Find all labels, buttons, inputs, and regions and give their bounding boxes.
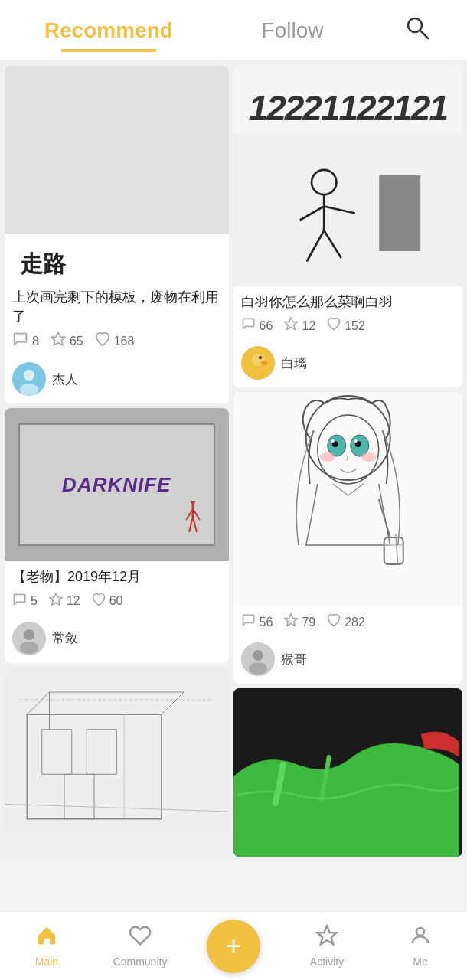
svg-point-4 bbox=[24, 370, 34, 381]
number-text: 12221122121 bbox=[241, 75, 455, 133]
nav-activity-label: Activity bbox=[310, 956, 344, 968]
svg-point-37 bbox=[261, 361, 267, 365]
svg-point-5 bbox=[20, 384, 38, 396]
card-zuolu-title: 走路 bbox=[20, 248, 214, 280]
svg-line-9 bbox=[189, 517, 193, 532]
comment-icon-2 bbox=[12, 592, 28, 611]
nav-main-label: Main bbox=[35, 956, 58, 968]
svg-point-46 bbox=[354, 439, 357, 443]
anime-comments: 56 bbox=[260, 616, 273, 629]
anime-likes: 282 bbox=[345, 616, 365, 629]
svg-line-20 bbox=[27, 692, 49, 714]
content-area: 走路 上次画完剩下的模板，废物在利用了 8 bbox=[0, 61, 467, 938]
dark-likes: 60 bbox=[109, 594, 123, 608]
svg-marker-58 bbox=[318, 926, 337, 945]
comment-icon-3 bbox=[241, 316, 256, 335]
card-stick-stats: 66 12 152 bbox=[241, 316, 455, 335]
card-sketch[interactable] bbox=[5, 668, 229, 836]
star-icon bbox=[50, 331, 67, 351]
svg-line-32 bbox=[306, 230, 324, 262]
card-stick-author: 白璃 bbox=[241, 341, 455, 381]
svg-point-56 bbox=[253, 650, 263, 661]
svg-point-57 bbox=[249, 662, 267, 675]
card-darknife-stats: 5 12 60 bbox=[12, 592, 221, 611]
plus-icon: + bbox=[225, 933, 241, 960]
like-icon-3 bbox=[326, 316, 341, 335]
card-green-splash[interactable] bbox=[234, 688, 462, 857]
author-name-jieren: 杰人 bbox=[52, 371, 78, 388]
stick-stars: 12 bbox=[302, 319, 315, 333]
card-zuolu-desc: 上次画完剩下的模板，废物在利用了 bbox=[12, 288, 221, 326]
anime-stars: 79 bbox=[302, 616, 315, 629]
card-darknife-title: 【老物】2019年12月 bbox=[12, 567, 221, 586]
top-navigation: Recommend Follow bbox=[0, 0, 467, 61]
svg-rect-51 bbox=[384, 537, 403, 564]
svg-point-48 bbox=[361, 452, 376, 462]
card-zuolu-author: 杰人 bbox=[12, 358, 221, 397]
like-icon-4 bbox=[326, 612, 341, 632]
svg-point-15 bbox=[20, 642, 38, 654]
svg-line-30 bbox=[299, 207, 324, 220]
svg-line-50 bbox=[378, 499, 390, 537]
author-name-hougge: 猴哥 bbox=[281, 651, 307, 668]
tab-recommend[interactable]: Recommend bbox=[29, 11, 188, 51]
svg-point-59 bbox=[416, 928, 424, 936]
svg-point-14 bbox=[24, 629, 34, 640]
grid-layout: 走路 上次画完剩下的模板，废物在利用了 8 bbox=[0, 61, 467, 861]
stick-likes: 152 bbox=[345, 319, 365, 333]
tab-follow[interactable]: Follow bbox=[247, 11, 339, 51]
nav-add[interactable]: + bbox=[203, 920, 264, 973]
like-icon-2 bbox=[91, 592, 106, 611]
nav-me-label: Me bbox=[413, 956, 427, 968]
community-icon bbox=[129, 924, 152, 952]
author-name-changlian: 常敛 bbox=[52, 629, 78, 647]
svg-line-33 bbox=[324, 230, 341, 258]
svg-marker-34 bbox=[285, 318, 298, 330]
card-stick-desc: 白羽你怎么那么菜啊白羽 bbox=[241, 292, 455, 312]
svg-marker-12 bbox=[50, 593, 63, 605]
svg-point-38 bbox=[259, 356, 262, 359]
nav-main[interactable]: Main bbox=[16, 924, 77, 968]
svg-rect-27 bbox=[379, 175, 420, 251]
nav-activity[interactable]: Activity bbox=[296, 924, 358, 968]
zuolu-likes: 168 bbox=[114, 335, 135, 348]
svg-point-11 bbox=[191, 501, 195, 504]
profile-icon bbox=[409, 924, 432, 952]
card-stick[interactable]: 12221122121 bbox=[234, 66, 462, 387]
svg-point-40 bbox=[317, 415, 378, 484]
svg-point-28 bbox=[312, 170, 336, 194]
zuolu-stars: 65 bbox=[70, 335, 83, 348]
like-icon bbox=[94, 331, 111, 351]
card-darknife-author: 常敛 bbox=[12, 617, 221, 657]
svg-line-31 bbox=[324, 207, 355, 214]
comment-icon bbox=[12, 331, 29, 351]
svg-line-1 bbox=[420, 31, 428, 38]
svg-marker-2 bbox=[51, 332, 65, 345]
avatar-jieren bbox=[12, 362, 46, 396]
dark-comments: 5 bbox=[31, 594, 38, 608]
author-name-baili: 白璃 bbox=[281, 354, 307, 372]
card-zuolu[interactable]: 走路 上次画完剩下的模板，废物在利用了 8 bbox=[5, 66, 229, 403]
svg-line-10 bbox=[193, 517, 197, 532]
add-button[interactable]: + bbox=[207, 920, 260, 973]
card-anime[interactable]: 56 79 282 bbox=[234, 392, 462, 684]
avatar-changlian bbox=[12, 622, 46, 655]
svg-point-45 bbox=[331, 439, 334, 443]
svg-line-22 bbox=[162, 692, 184, 714]
comment-icon-4 bbox=[241, 612, 256, 632]
dark-stars: 12 bbox=[67, 594, 80, 608]
nav-community[interactable]: Community bbox=[109, 924, 171, 968]
card-darknife[interactable]: DARKNIfe bbox=[5, 408, 229, 662]
nav-community-label: Community bbox=[113, 956, 168, 968]
activity-icon bbox=[315, 924, 338, 952]
bottom-navigation: Main Community + Activity Me bbox=[0, 911, 467, 980]
svg-rect-19 bbox=[64, 774, 94, 819]
nav-me[interactable]: Me bbox=[390, 924, 451, 968]
svg-point-47 bbox=[319, 452, 335, 462]
svg-rect-17 bbox=[42, 729, 72, 774]
card-anime-author: 猴哥 bbox=[241, 638, 455, 678]
search-icon[interactable] bbox=[397, 7, 438, 54]
svg-marker-54 bbox=[285, 614, 298, 626]
right-column: 12221122121 bbox=[234, 66, 462, 857]
home-icon bbox=[35, 924, 58, 952]
